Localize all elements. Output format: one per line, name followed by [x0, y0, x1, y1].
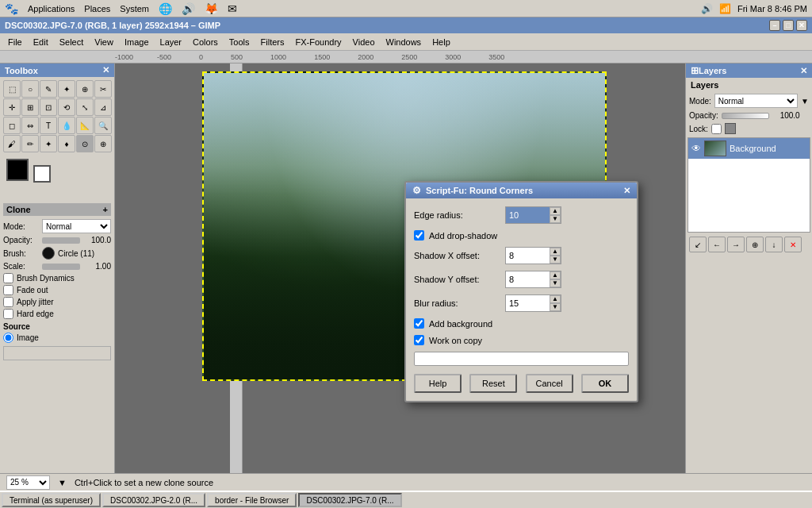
tool-airbrush[interactable]: ✦	[40, 135, 57, 152]
envelope-icon[interactable]: ✉	[228, 2, 237, 15]
work-on-copy-check[interactable]	[414, 335, 424, 345]
maximize-button[interactable]: □	[783, 20, 794, 31]
tool-select-color[interactable]: ⊕	[76, 80, 94, 98]
lock-pixels-check[interactable]	[711, 124, 722, 134]
edge-radius-down[interactable]: ▼	[550, 215, 561, 223]
menu-view[interactable]: View	[90, 36, 118, 48]
brush-dynamics-check[interactable]	[3, 273, 13, 283]
ok-button[interactable]: OK	[581, 374, 629, 393]
places-menu[interactable]: Places	[84, 4, 110, 13]
tool-move[interactable]: ✛	[3, 98, 21, 116]
source-selector[interactable]	[3, 346, 111, 360]
tool-clone[interactable]: ⊙	[76, 135, 94, 152]
menu-fx-foundry[interactable]: FX-Foundry	[290, 36, 346, 48]
menu-image[interactable]: Image	[120, 36, 154, 48]
add-drop-shadow-check[interactable]	[414, 230, 424, 241]
new-layer-from-visible-btn[interactable]: ↙	[689, 237, 707, 252]
menu-layer[interactable]: Layer	[155, 36, 187, 48]
background-color[interactable]	[33, 165, 51, 183]
fade-out-check[interactable]	[3, 285, 13, 295]
clone-expand-icon[interactable]: +	[103, 205, 108, 214]
taskbar-gimp-7[interactable]: DSC00302.JPG-7.0 (R...	[298, 493, 401, 507]
menu-filters[interactable]: Filters	[256, 36, 289, 48]
tool-color-picker[interactable]: 💧	[58, 117, 75, 134]
blur-radius-up[interactable]: ▲	[550, 295, 561, 303]
delete-layer-btn[interactable]: ✕	[784, 237, 802, 252]
zoom-select[interactable]: 25 % 50 % 100 %	[6, 475, 50, 490]
blur-radius-input[interactable]	[506, 295, 550, 311]
layers-mode-expand-icon[interactable]: ▼	[801, 97, 809, 106]
new-layer-btn[interactable]: ⊕	[746, 237, 764, 252]
applications-menu[interactable]: Applications	[28, 4, 75, 13]
source-image-radio[interactable]	[3, 333, 13, 343]
tool-ellipse-select[interactable]: ○	[21, 80, 39, 98]
dialog-close-icon[interactable]: ✕	[623, 186, 630, 196]
cancel-button[interactable]: Cancel	[526, 374, 573, 393]
mode-select[interactable]: Normal	[42, 219, 111, 233]
tool-ink[interactable]: ♦	[58, 135, 75, 152]
tool-zoom[interactable]: 🔍	[94, 117, 112, 134]
tool-pencil[interactable]: ✏	[21, 135, 39, 152]
layer-down-btn[interactable]: →	[727, 237, 745, 252]
tool-fuzzy-select[interactable]: ✦	[58, 80, 75, 98]
taskbar-terminal[interactable]: Terminal (as superuser)	[2, 493, 101, 507]
foreground-color[interactable]	[6, 159, 29, 181]
menu-colors[interactable]: Colors	[188, 36, 223, 48]
tool-perspective[interactable]: ◻	[3, 117, 21, 134]
apply-jitter-check[interactable]	[3, 297, 13, 307]
add-background-check[interactable]	[414, 318, 424, 329]
minimize-button[interactable]: –	[769, 20, 780, 31]
menu-file[interactable]: File	[3, 36, 27, 48]
layer-up-btn[interactable]: ←	[708, 237, 726, 252]
help-button[interactable]: Help	[414, 374, 462, 393]
network-icon[interactable]: 📶	[719, 3, 731, 14]
duplicate-layer-btn[interactable]: ↓	[765, 237, 783, 252]
shadow-y-down[interactable]: ▼	[550, 279, 561, 287]
menu-tools[interactable]: Tools	[224, 36, 255, 48]
edge-radius-up[interactable]: ▲	[550, 207, 561, 215]
firefox-icon[interactable]: 🦊	[205, 2, 218, 15]
layers-close-icon[interactable]: ✕	[800, 66, 807, 76]
menu-windows[interactable]: Windows	[381, 36, 427, 48]
close-button[interactable]: ✕	[796, 20, 807, 31]
taskbar-gimp-2[interactable]: DSC00302.JPG-2.0 (R...	[102, 493, 205, 507]
shadow-x-up[interactable]: ▲	[550, 248, 561, 256]
layers-opacity-slider[interactable]	[722, 113, 769, 119]
opacity-slider[interactable]	[42, 237, 80, 244]
tool-flip[interactable]: ⇔	[21, 117, 39, 134]
lock-alpha-btn[interactable]	[725, 123, 736, 134]
taskbar-file-browser[interactable]: border - File Browser	[207, 493, 297, 507]
tool-paintbrush[interactable]: 🖌	[3, 135, 21, 152]
shadow-y-input[interactable]	[506, 271, 550, 287]
system-menu[interactable]: System	[120, 4, 149, 13]
tool-rotate[interactable]: ⟲	[58, 98, 75, 116]
menu-select[interactable]: Select	[55, 36, 89, 48]
shadow-x-down[interactable]: ▼	[550, 256, 561, 264]
tool-shear[interactable]: ⊿	[94, 98, 112, 116]
menu-edit[interactable]: Edit	[29, 36, 53, 48]
tool-scissors[interactable]: ✂	[94, 80, 112, 98]
blur-radius-down[interactable]: ▼	[550, 303, 561, 311]
tool-measure[interactable]: 📐	[76, 117, 94, 134]
menu-help[interactable]: Help	[427, 36, 455, 48]
layers-mode-select[interactable]: Normal	[714, 94, 798, 108]
shadow-x-input[interactable]	[506, 248, 550, 264]
tool-text[interactable]: T	[40, 117, 57, 134]
tool-rect-select[interactable]: ⬚	[3, 80, 21, 98]
scale-slider[interactable]	[42, 264, 80, 270]
tool-free-select[interactable]: ✎	[40, 80, 57, 98]
tool-heal[interactable]: ⊕	[94, 135, 112, 152]
toolbox-close-icon[interactable]: ✕	[102, 65, 109, 75]
tool-scale[interactable]: ⤡	[76, 98, 94, 116]
layer-visibility-icon[interactable]: 👁	[691, 143, 701, 154]
menu-video[interactable]: Video	[348, 36, 380, 48]
tool-crop[interactable]: ⊡	[40, 98, 57, 116]
layer-item-background[interactable]: 👁 Background	[688, 138, 810, 159]
edge-radius-input[interactable]	[506, 207, 550, 223]
reset-button[interactable]: Reset	[469, 374, 517, 393]
hard-edge-check[interactable]	[3, 309, 13, 319]
tool-align[interactable]: ⊞	[21, 98, 39, 116]
shadow-y-up[interactable]: ▲	[550, 271, 561, 279]
volume-icon[interactable]: 🔊	[701, 3, 713, 14]
opacity-value: 100.0	[83, 236, 111, 244]
